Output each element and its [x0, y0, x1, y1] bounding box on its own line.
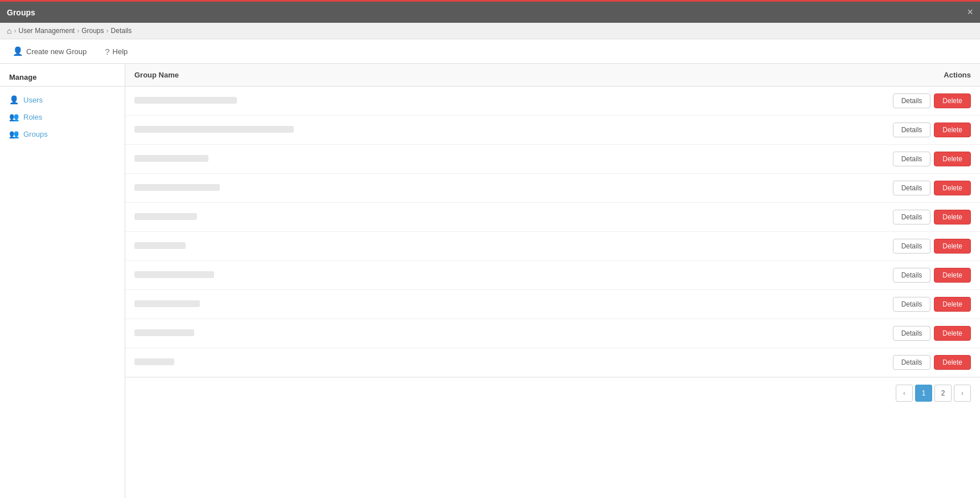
- sidebar-item-groups[interactable]: 👥 Groups: [0, 125, 125, 142]
- details-button[interactable]: Details: [893, 297, 931, 312]
- group-name-cell: [125, 145, 679, 174]
- actions-cell: DetailsDelete: [679, 145, 980, 174]
- delete-button[interactable]: Delete: [934, 239, 971, 254]
- person-add-icon: 👤: [13, 46, 23, 56]
- table-row: DetailsDelete: [125, 116, 980, 145]
- group-name-cell: [125, 290, 679, 319]
- details-button[interactable]: Details: [893, 268, 931, 283]
- group-name-cell: [125, 203, 679, 232]
- details-button[interactable]: Details: [893, 93, 931, 108]
- details-button[interactable]: Details: [893, 355, 931, 370]
- actions-cell: DetailsDelete: [679, 261, 980, 290]
- window-title: Groups: [7, 8, 35, 17]
- table-row: DetailsDelete: [125, 290, 980, 319]
- users-icon: 👤: [9, 95, 19, 104]
- col-actions: Actions: [679, 64, 980, 87]
- details-button[interactable]: Details: [893, 181, 931, 195]
- page-2-button[interactable]: 2: [934, 385, 952, 402]
- table-row: DetailsDelete: [125, 261, 980, 290]
- delete-button[interactable]: Delete: [934, 123, 971, 137]
- pagination: ‹ 1 2 ›: [125, 377, 980, 409]
- sidebar-item-roles[interactable]: 👥 Roles: [0, 108, 125, 125]
- groups-table: Group Name Actions DetailsDeleteDetailsD…: [125, 64, 980, 377]
- groups-icon: 👥: [9, 129, 19, 138]
- table-row: DetailsDelete: [125, 174, 980, 203]
- col-group-name: Group Name: [125, 64, 679, 87]
- table-row: DetailsDelete: [125, 319, 980, 348]
- sidebar-item-users[interactable]: 👤 Users: [0, 91, 125, 108]
- actions-cell: DetailsDelete: [679, 87, 980, 116]
- delete-button[interactable]: Delete: [934, 152, 971, 166]
- delete-button[interactable]: Delete: [934, 355, 971, 370]
- table-row: DetailsDelete: [125, 87, 980, 116]
- page-next-button[interactable]: ›: [954, 385, 971, 402]
- actions-cell: DetailsDelete: [679, 232, 980, 261]
- details-button[interactable]: Details: [893, 152, 931, 166]
- delete-button[interactable]: Delete: [934, 268, 971, 283]
- group-name-cell: [125, 319, 679, 348]
- page-prev-button[interactable]: ‹: [896, 385, 913, 402]
- delete-button[interactable]: Delete: [934, 326, 971, 341]
- top-bar: Groups ×: [0, 0, 980, 23]
- table-row: DetailsDelete: [125, 232, 980, 261]
- help-button[interactable]: ? Help: [101, 44, 131, 59]
- actions-cell: DetailsDelete: [679, 174, 980, 203]
- group-name-cell: [125, 232, 679, 261]
- table-row: DetailsDelete: [125, 145, 980, 174]
- group-name-cell: [125, 174, 679, 203]
- actions-cell: DetailsDelete: [679, 203, 980, 232]
- breadcrumb-user-mgmt[interactable]: User Management: [18, 27, 75, 35]
- close-button[interactable]: ×: [967, 6, 973, 18]
- sidebar-section-title: Manage: [0, 73, 125, 87]
- create-group-button[interactable]: 👤 Create new Group: [9, 44, 90, 59]
- details-button[interactable]: Details: [893, 210, 931, 224]
- page-1-button[interactable]: 1: [915, 385, 932, 402]
- group-name-cell: [125, 348, 679, 377]
- group-name-cell: [125, 87, 679, 116]
- content-area: Group Name Actions DetailsDeleteDetailsD…: [125, 64, 980, 498]
- delete-button[interactable]: Delete: [934, 181, 971, 195]
- roles-icon: 👥: [9, 112, 19, 121]
- toolbar: 👤 Create new Group ? Help: [0, 39, 980, 64]
- breadcrumb-groups[interactable]: Groups: [81, 27, 104, 35]
- delete-button[interactable]: Delete: [934, 297, 971, 312]
- actions-cell: DetailsDelete: [679, 348, 980, 377]
- sidebar: Manage 👤 Users 👥 Roles 👥 Groups: [0, 64, 125, 498]
- group-name-cell: [125, 261, 679, 290]
- home-icon[interactable]: ⌂: [7, 26, 11, 35]
- breadcrumb-details[interactable]: Details: [111, 27, 132, 35]
- details-button[interactable]: Details: [893, 123, 931, 137]
- delete-button[interactable]: Delete: [934, 93, 971, 108]
- delete-button[interactable]: Delete: [934, 210, 971, 224]
- group-name-cell: [125, 116, 679, 145]
- table-row: DetailsDelete: [125, 203, 980, 232]
- actions-cell: DetailsDelete: [679, 290, 980, 319]
- main-layout: Manage 👤 Users 👥 Roles 👥 Groups Group Na…: [0, 64, 980, 498]
- actions-cell: DetailsDelete: [679, 319, 980, 348]
- help-icon: ?: [105, 47, 109, 56]
- breadcrumb: ⌂ › User Management › Groups › Details: [0, 23, 980, 39]
- details-button[interactable]: Details: [893, 239, 931, 254]
- table-row: DetailsDelete: [125, 348, 980, 377]
- details-button[interactable]: Details: [893, 326, 931, 341]
- actions-cell: DetailsDelete: [679, 116, 980, 145]
